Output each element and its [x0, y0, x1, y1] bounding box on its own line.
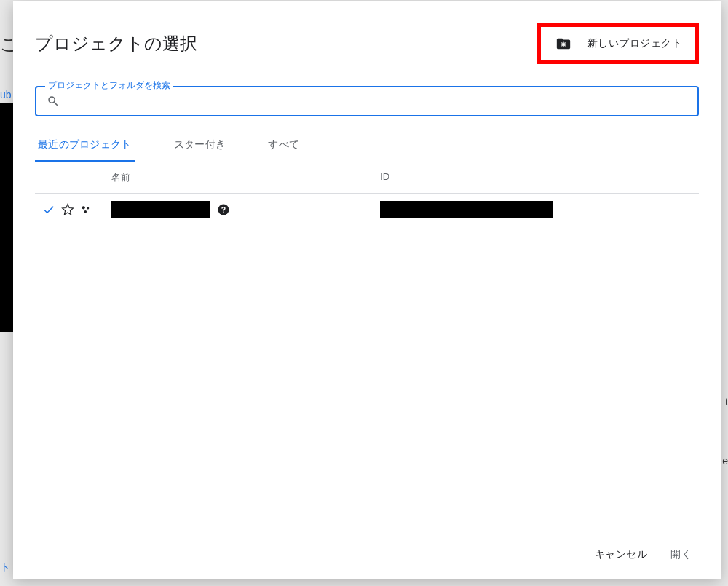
- svg-rect-4: [564, 44, 566, 44]
- svg-point-9: [82, 206, 85, 209]
- table-row[interactable]: ?: [35, 194, 699, 226]
- backdrop-text: ト: [0, 561, 10, 574]
- search-icon: [47, 95, 60, 108]
- svg-point-11: [84, 210, 87, 213]
- svg-point-10: [87, 207, 89, 209]
- backdrop-text: e: [722, 455, 728, 467]
- project-id-redacted: [380, 201, 553, 218]
- help-icon[interactable]: ?: [217, 203, 230, 216]
- svg-rect-1: [563, 42, 563, 44]
- cancel-button[interactable]: キャンセル: [595, 548, 648, 561]
- folder-gear-icon: [554, 36, 573, 52]
- column-header-id: ID: [380, 171, 699, 184]
- svg-rect-2: [563, 46, 563, 47]
- star-icon[interactable]: [61, 203, 74, 216]
- project-name-redacted: [111, 201, 210, 218]
- svg-rect-3: [561, 44, 562, 44]
- backdrop-text: ub: [0, 89, 12, 100]
- project-selector-modal: プロジェクトの選択 新しいプロジェクト プロジェクトとフォルダを検索: [13, 1, 721, 579]
- new-project-button[interactable]: 新しいプロジェクト: [537, 23, 700, 64]
- check-icon: [42, 203, 55, 216]
- tab-recent[interactable]: 最近のプロジェクト: [35, 131, 135, 162]
- backdrop-text: t: [725, 396, 728, 408]
- search-input[interactable]: [67, 95, 687, 107]
- new-project-label: 新しいプロジェクト: [587, 37, 683, 50]
- column-header-name: 名前: [35, 171, 380, 184]
- open-button[interactable]: 開く: [670, 548, 692, 561]
- backdrop-redaction: [0, 103, 13, 332]
- modal-title: プロジェクトの選択: [35, 32, 197, 55]
- tab-all[interactable]: すべて: [265, 131, 302, 162]
- svg-text:?: ?: [221, 205, 226, 214]
- tab-starred[interactable]: スター付き: [171, 131, 229, 162]
- search-label: プロジェクトとフォルダを検索: [45, 79, 173, 92]
- project-type-icon: [80, 204, 92, 215]
